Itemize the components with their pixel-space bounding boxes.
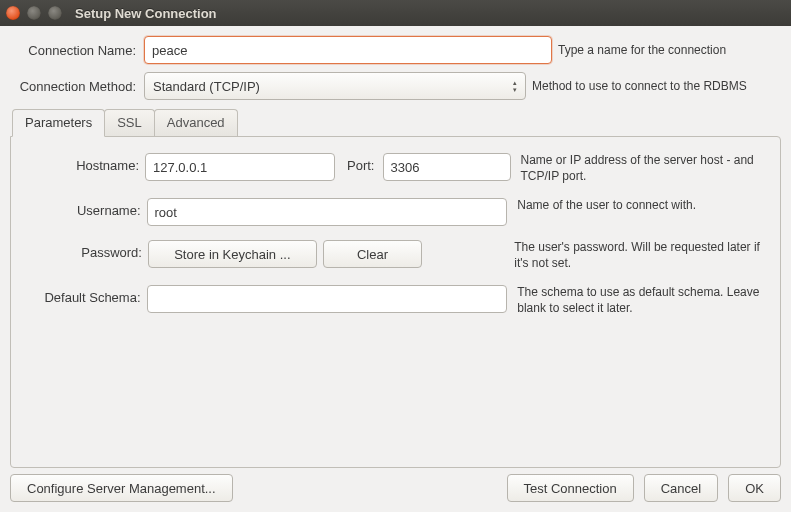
tab-panel-parameters: Hostname: Port: Name or IP address of th… [10,136,781,468]
window-title: Setup New Connection [75,6,217,21]
username-input[interactable] [147,198,508,226]
store-keychain-button[interactable]: Store in Keychain ... [148,240,317,268]
tab-strip: Parameters SSL Advanced [10,108,781,136]
minimize-icon[interactable] [27,6,41,20]
password-hint: The user's password. Will be requested l… [514,240,768,271]
cancel-button[interactable]: Cancel [644,474,718,502]
titlebar: Setup New Connection [0,0,791,26]
connection-method-hint: Method to use to connect to the RDBMS [532,79,781,94]
close-icon[interactable] [6,6,20,20]
tab-parameters[interactable]: Parameters [12,109,105,137]
connection-method-select[interactable]: Standard (TCP/IP) ▴▾ [144,72,526,100]
maximize-icon[interactable] [48,6,62,20]
default-schema-hint: The schema to use as default schema. Lea… [517,285,768,316]
dialog-body: Connection Name: Type a name for the con… [0,26,791,468]
ok-button[interactable]: OK [728,474,781,502]
connection-name-hint: Type a name for the connection [558,43,781,58]
default-schema-label: Default Schema: [23,285,141,305]
connection-method-label: Connection Method: [10,79,138,94]
tab-ssl[interactable]: SSL [104,109,155,137]
password-label: Password: [23,240,142,260]
footer: Configure Server Management... Test Conn… [10,474,781,502]
configure-server-button[interactable]: Configure Server Management... [10,474,233,502]
connection-name-input[interactable] [144,36,552,64]
hostname-input[interactable] [145,153,335,181]
tab-advanced[interactable]: Advanced [154,109,238,137]
hostname-label: Hostname: [23,153,139,173]
username-label: Username: [23,198,141,218]
connection-name-label: Connection Name: [10,43,138,58]
connection-method-value: Standard (TCP/IP) [153,79,260,94]
port-input[interactable] [383,153,511,181]
default-schema-input[interactable] [147,285,508,313]
hostname-hint: Name or IP address of the server host - … [521,153,769,184]
test-connection-button[interactable]: Test Connection [507,474,634,502]
username-hint: Name of the user to connect with. [517,198,768,214]
port-label: Port: [341,153,376,173]
spinner-icon: ▴▾ [513,80,517,93]
clear-password-button[interactable]: Clear [323,240,422,268]
